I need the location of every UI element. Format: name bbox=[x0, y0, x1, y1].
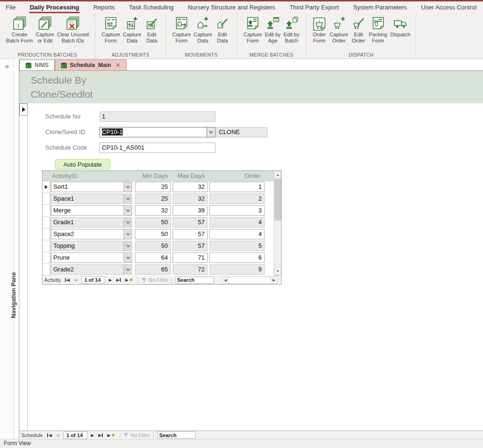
row-selector[interactable] bbox=[42, 181, 50, 193]
order-input[interactable]: 4 bbox=[209, 229, 265, 239]
activity-combo[interactable]: Topping bbox=[51, 241, 132, 251]
max-days-input[interactable]: 32 bbox=[173, 194, 208, 204]
menu-reports[interactable]: Reports bbox=[86, 2, 122, 13]
order-input[interactable]: 3 bbox=[209, 205, 265, 216]
last-record-button[interactable]: ▶ bbox=[97, 433, 105, 438]
row-selector[interactable] bbox=[42, 252, 50, 264]
clone-type-field[interactable]: CLONE bbox=[217, 127, 267, 137]
first-record-button[interactable]: ◀ bbox=[64, 278, 71, 282]
min-days-input[interactable]: 32 bbox=[135, 205, 171, 216]
new-record-button[interactable]: ▶✱ bbox=[106, 433, 116, 438]
menu-third-party-export[interactable]: Third Party Export bbox=[283, 2, 346, 13]
last-record-button[interactable]: ▶ bbox=[115, 278, 122, 282]
dropdown-button[interactable] bbox=[124, 206, 132, 215]
record-selector-column[interactable] bbox=[19, 103, 28, 431]
navigation-pane-collapsed[interactable]: » Navigation Pane bbox=[0, 59, 14, 439]
record-search-input[interactable] bbox=[157, 431, 196, 439]
horizontal-scrollbar[interactable]: ◀ ▶ bbox=[222, 277, 277, 284]
dropdown-button[interactable] bbox=[124, 182, 132, 192]
activity-combo[interactable]: Sort1 bbox=[51, 182, 132, 192]
edit-by-age-button[interactable]: 9.5 Edit by Age bbox=[263, 15, 282, 45]
close-tab-icon[interactable]: ✕ bbox=[116, 62, 120, 68]
max-days-input[interactable]: 57 bbox=[173, 241, 208, 251]
activity-combo[interactable]: Space2 bbox=[51, 229, 132, 239]
row-selector[interactable] bbox=[42, 264, 50, 276]
scroll-left-button[interactable]: ◀ bbox=[222, 277, 229, 284]
dispatch-button[interactable]: Dispatch bbox=[389, 15, 412, 39]
filter-status[interactable]: No Filter bbox=[124, 432, 150, 438]
expand-nav-pane-icon[interactable]: » bbox=[0, 59, 14, 70]
vertical-scrollbar[interactable]: ▲ ▼ bbox=[274, 171, 281, 275]
menu-system-parameters[interactable]: System Parameters bbox=[346, 2, 414, 13]
min-days-input[interactable]: 25 bbox=[135, 182, 171, 192]
menu-user-access-control[interactable]: User Access Control bbox=[414, 2, 483, 13]
dropdown-button[interactable] bbox=[124, 253, 132, 262]
activity-combo[interactable]: Prune bbox=[51, 253, 132, 263]
edit-order-button[interactable]: Edit Order bbox=[350, 15, 367, 45]
max-days-input[interactable]: 57 bbox=[173, 229, 208, 239]
dropdown-button[interactable] bbox=[124, 218, 132, 227]
row-selector[interactable] bbox=[42, 193, 50, 205]
next-record-button[interactable]: ▶ bbox=[108, 278, 114, 282]
order-form-button[interactable]: Order Form bbox=[310, 15, 328, 45]
scrollbar-thumb[interactable] bbox=[275, 179, 281, 220]
order-input[interactable]: 2 bbox=[209, 194, 265, 204]
packing-form-button[interactable]: Packing Form bbox=[367, 15, 389, 45]
dropdown-button[interactable] bbox=[124, 229, 132, 239]
adjustments-edit-data-button[interactable]: Edit Data bbox=[143, 15, 161, 45]
row-selector[interactable] bbox=[42, 240, 50, 252]
create-batch-form-button[interactable]: Create Batch Form bbox=[5, 15, 34, 45]
min-days-input[interactable]: 50 bbox=[135, 217, 171, 228]
auto-populate-button[interactable]: Auto Populate bbox=[55, 159, 110, 169]
clone-seed-id-combo[interactable]: CP10-1 bbox=[100, 127, 216, 137]
dropdown-button[interactable] bbox=[207, 127, 215, 137]
adjustments-capture-form-button[interactable]: Capture Form bbox=[100, 15, 121, 45]
current-record-selector[interactable] bbox=[19, 103, 28, 116]
menu-task-scheduling[interactable]: Task Scheduling bbox=[122, 2, 181, 13]
menu-file[interactable]: File bbox=[6, 2, 23, 13]
activity-combo[interactable]: Grade1 bbox=[51, 217, 132, 228]
merge-capture-form-button[interactable]: Capture Form bbox=[242, 15, 263, 45]
menu-nursery-structure[interactable]: Nursery Structure and Registers bbox=[181, 2, 283, 13]
max-days-input[interactable]: 72 bbox=[173, 264, 208, 275]
min-days-input[interactable]: 50 bbox=[135, 229, 171, 239]
capture-order-button[interactable]: Capture Order bbox=[328, 15, 350, 45]
previous-record-button[interactable]: ◀ bbox=[73, 278, 79, 282]
min-days-input[interactable]: 50 bbox=[135, 241, 171, 251]
menu-daily-processing[interactable]: Daily Processing bbox=[23, 2, 86, 13]
max-days-input[interactable]: 39 bbox=[173, 205, 208, 216]
order-input[interactable]: 9 bbox=[209, 264, 265, 275]
first-record-button[interactable]: ◀ bbox=[46, 433, 53, 438]
edit-by-batch-button[interactable]: Edit by Batch bbox=[282, 15, 301, 45]
order-input[interactable]: 6 bbox=[209, 253, 265, 263]
row-selector[interactable] bbox=[42, 228, 50, 240]
tab-schedule-main[interactable]: Schedule_Main ✕ bbox=[55, 59, 126, 70]
adjustments-capture-data-button[interactable]: Capture Data bbox=[122, 15, 143, 45]
tab-nims[interactable]: NIMS bbox=[19, 59, 55, 70]
order-input[interactable]: 5 bbox=[209, 241, 265, 251]
max-days-input[interactable]: 71 bbox=[173, 253, 208, 263]
dropdown-button[interactable] bbox=[124, 194, 132, 203]
min-days-input[interactable]: 65 bbox=[135, 264, 171, 275]
order-input[interactable]: 4 bbox=[209, 217, 265, 228]
scroll-up-button[interactable]: ▲ bbox=[275, 171, 281, 178]
max-days-input[interactable]: 32 bbox=[173, 182, 208, 192]
movements-capture-data-button[interactable]: Capture Data bbox=[192, 15, 214, 45]
previous-record-button[interactable]: ◀ bbox=[55, 433, 61, 438]
min-days-input[interactable]: 64 bbox=[135, 253, 171, 263]
min-days-input[interactable]: 25 bbox=[135, 194, 171, 204]
scrollbar-track[interactable] bbox=[229, 277, 270, 284]
activity-combo[interactable]: Merge bbox=[51, 205, 132, 216]
record-search-input[interactable] bbox=[175, 277, 214, 284]
schedule-no-field[interactable]: 1 bbox=[100, 111, 216, 122]
order-input[interactable]: 1 bbox=[209, 182, 265, 192]
movements-edit-data-button[interactable]: Edit Data bbox=[214, 15, 232, 45]
scroll-right-button[interactable]: ▶ bbox=[270, 277, 277, 284]
max-days-input[interactable]: 57 bbox=[173, 217, 208, 228]
activity-combo[interactable]: Space1 bbox=[51, 194, 132, 204]
schedule-code-field[interactable]: CP10-1_AS001 bbox=[100, 143, 216, 153]
dropdown-button[interactable] bbox=[124, 241, 132, 251]
new-record-button[interactable]: ▶✱ bbox=[124, 278, 134, 282]
clear-unused-batch-ids-button[interactable]: 123… Clear Unused Batch IDs bbox=[56, 15, 90, 45]
next-record-button[interactable]: ▶ bbox=[90, 433, 96, 438]
